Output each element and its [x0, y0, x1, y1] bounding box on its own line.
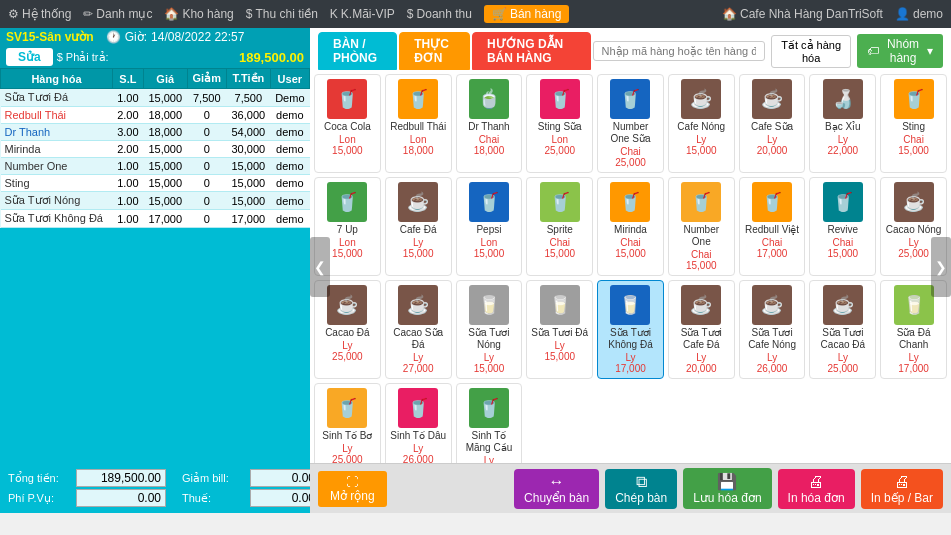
product-card[interactable]: 🍵 Dr Thanh Chai 18,000: [456, 74, 523, 173]
product-card[interactable]: 🥛 Sữa Tươi Đá Ly 15,000: [526, 280, 593, 379]
group-button[interactable]: 🏷 Nhóm hàng ▾: [857, 34, 943, 68]
product-card[interactable]: ☕ Cafe Đá Ly 15,000: [385, 177, 452, 276]
product-card[interactable]: ☕ Cafe Sữa Ly 20,000: [739, 74, 806, 173]
product-card[interactable]: 🥤 Coca Cola Lon 15,000: [314, 74, 381, 173]
chevron-down-icon: ▾: [927, 44, 933, 58]
product-name: Bạc Xỉu: [825, 121, 861, 133]
product-unit: Chai: [620, 237, 641, 248]
table-row[interactable]: Sting 1.00 15,000 0 15,000 demo: [1, 175, 310, 192]
product-card[interactable]: 🥤 Mirinda Chai 15,000: [597, 177, 664, 276]
product-unit: Ly: [342, 340, 352, 351]
product-card[interactable]: ☕ Cafe Nóng Ly 15,000: [668, 74, 735, 173]
user-menu[interactable]: 👤 demo: [895, 7, 943, 21]
table-row[interactable]: Sữa Tươi Nóng 1.00 15,000 0 15,000 demo: [1, 192, 310, 210]
product-image: 🍵: [469, 79, 509, 119]
product-name: Sinh Tố Măng Cầu: [461, 430, 518, 454]
product-price: 18,000: [403, 145, 434, 156]
product-card[interactable]: 🥤 Sting Chai 15,000: [880, 74, 947, 173]
product-name: Cacao Đá: [325, 327, 369, 339]
tab-bar: BÀN / PHÒNG THỰC ĐƠN HƯỚNG DẪN BÁN HÀNG …: [310, 28, 951, 70]
col-discount: Giảm: [187, 69, 226, 89]
prev-arrow[interactable]: ❮: [310, 237, 330, 297]
transfer-table-button[interactable]: ↔ Chuyển bàn: [514, 469, 599, 509]
search-input[interactable]: [593, 41, 766, 61]
product-card[interactable]: 🥤 Revive Chai 15,000: [809, 177, 876, 276]
product-name: Sữa Tươi Nóng: [461, 327, 518, 351]
tab-guide[interactable]: HƯỚNG DẪN BÁN HÀNG: [472, 32, 591, 70]
product-card[interactable]: 🥤 Redbull Việt Chai 17,000: [739, 177, 806, 276]
product-price: 27,000: [403, 363, 434, 374]
product-name: Sinh Tố Bơ: [322, 430, 372, 442]
product-unit: Ly: [484, 352, 494, 363]
product-card[interactable]: 🥤 Sinh Tố Măng Cầu Ly 27,000: [456, 383, 523, 463]
nav-system[interactable]: ⚙ Hệ thống: [8, 7, 71, 21]
print-kitchen-button[interactable]: 🖨 In bếp / Bar: [861, 469, 943, 509]
all-goods-button[interactable]: Tất cả hàng hóa: [771, 35, 851, 68]
product-card[interactable]: ☕ Sữa Tươi Cacao Đá Ly 25,000: [809, 280, 876, 379]
datetime: 14/08/2022 22:57: [151, 30, 244, 44]
tab-menu[interactable]: THỰC ĐƠN: [399, 32, 470, 70]
product-card[interactable]: 🥤 Number One Sữa Chai 25,000: [597, 74, 664, 173]
nav-vip[interactable]: K K.Mãi-VIP: [330, 7, 395, 21]
service-input[interactable]: [76, 489, 166, 507]
table-row[interactable]: Mirinda 2.00 15,000 0 30,000 demo: [1, 141, 310, 158]
table-row[interactable]: Sữa Tươi Không Đá 1.00 17,000 0 17,000 d…: [1, 210, 310, 228]
product-unit: Ly: [838, 134, 848, 145]
product-card[interactable]: ☕ Cacao Sữa Đá Ly 27,000: [385, 280, 452, 379]
print-bill-button[interactable]: 🖨 In hóa đơn: [778, 469, 855, 509]
product-image: ☕: [681, 79, 721, 119]
product-card[interactable]: 🥤 Sinh Tố Dâu Ly 26,000: [385, 383, 452, 463]
col-user: User: [270, 69, 309, 89]
product-card[interactable]: 🍶 Bạc Xỉu Ly 22,000: [809, 74, 876, 173]
product-card[interactable]: ☕ Sữa Tươi Cafe Nóng Ly 26,000: [739, 280, 806, 379]
clock-icon: 🕐: [106, 30, 121, 44]
product-price: 25,000: [332, 351, 363, 362]
transfer-icon: ↔: [524, 473, 589, 491]
product-name: Mirinda: [614, 224, 647, 236]
product-unit: Ly: [838, 352, 848, 363]
table-row[interactable]: Redbull Thái 2.00 18,000 0 36,000 demo: [1, 107, 310, 124]
product-image: 🥤: [327, 388, 367, 428]
product-price: 22,000: [828, 145, 859, 156]
expand-button[interactable]: ⛶ Mở rộng: [318, 471, 387, 507]
topnav-right: 🏠 Cafe Nhà Hàng DanTriSoft 👤 demo: [722, 7, 943, 21]
product-card[interactable]: ☕ Sữa Tươi Cafe Đá Ly 20,000: [668, 280, 735, 379]
product-card[interactable]: 🥤 Redbull Thái Lon 18,000: [385, 74, 452, 173]
product-unit: Ly: [555, 340, 565, 351]
product-price: 15,000: [544, 351, 575, 362]
product-image: 🥤: [398, 388, 438, 428]
product-card[interactable]: 🥛 Sữa Tươi Không Đá Ly 17,000: [597, 280, 664, 379]
table-row[interactable]: Number One 1.00 15,000 0 15,000 demo: [1, 158, 310, 175]
copy-table-button[interactable]: ⧉ Chép bàn: [605, 469, 677, 509]
product-card[interactable]: 🥤 Pepsi Lon 15,000: [456, 177, 523, 276]
tag-icon: 🏷: [867, 44, 879, 58]
tab-tables[interactable]: BÀN / PHÒNG: [318, 32, 397, 70]
product-image: 🥤: [610, 79, 650, 119]
total-bill-input[interactable]: [76, 469, 166, 487]
next-arrow[interactable]: ❯: [931, 237, 951, 297]
product-image: ☕: [823, 285, 863, 325]
edit-button[interactable]: Sửa: [6, 48, 53, 66]
product-image: 🥤: [752, 182, 792, 222]
product-card[interactable]: 🥤 Sinh Tố Bơ Ly 25,000: [314, 383, 381, 463]
table-row[interactable]: Dr Thanh 3.00 18,000 0 54,000 demo: [1, 124, 310, 141]
nav-catalog[interactable]: ✏ Danh mục: [83, 7, 152, 21]
save-bill-button[interactable]: 💾 Lưu hóa đơn: [683, 468, 771, 509]
nav-finance[interactable]: $ Thu chi tiền: [246, 7, 318, 21]
product-image: 🥤: [469, 388, 509, 428]
product-card[interactable]: 🥛 Sữa Tươi Nóng Ly 15,000: [456, 280, 523, 379]
product-image: ☕: [398, 285, 438, 325]
bottom-bar: ⛶ Mở rộng ↔ Chuyển bàn ⧉ Chép bàn 💾 Lưu …: [310, 463, 951, 513]
nav-revenue[interactable]: $ Doanh thu: [407, 7, 472, 21]
table-row[interactable]: Sữa Tươi Đá 1.00 15,000 7,500 7,500 Demo: [1, 89, 310, 107]
money-icon: $: [246, 7, 253, 21]
cart-icon: 🛒: [492, 7, 507, 21]
nav-warehouse[interactable]: 🏠 Kho hàng: [164, 7, 233, 21]
product-card[interactable]: 🥤 Sting Sữa Lon 25,000: [526, 74, 593, 173]
product-name: Pepsi: [476, 224, 501, 236]
product-card[interactable]: 🥤 Sprite Chai 15,000: [526, 177, 593, 276]
product-image: 🥛: [610, 285, 650, 325]
nav-sales[interactable]: 🛒 Bán hàng: [484, 5, 569, 23]
product-card[interactable]: 🥤 Number One Chai 15,000: [668, 177, 735, 276]
location-label: SV15-Sân vườn: [6, 30, 94, 44]
